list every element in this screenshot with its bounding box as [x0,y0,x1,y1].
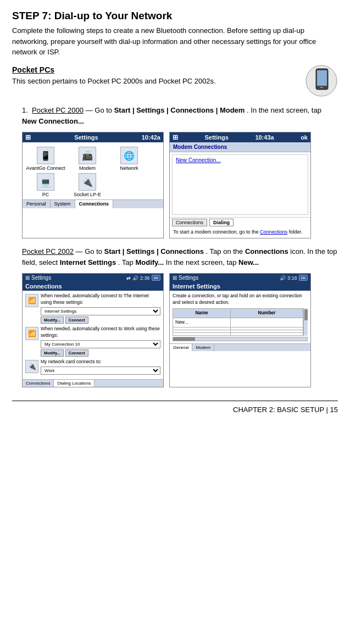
pc-label: PC [42,192,49,197]
screen-3: ⊞ Settings ⇄ 🔊 2:36 ok Connections 📶 Whe… [22,273,164,387]
screen-1-icon-grid: 📱 AvantGo Connect 📠 Modem 🌐 Network 💻 PC [26,147,160,197]
conn-buttons-1: Modify... Connect [41,317,160,324]
conn-text-1-label: When needed, automatically connect to Th… [41,293,160,306]
step-2-internet-settings: Internet Settings [60,258,116,267]
screen-3-titlebar: ⊞ Settings ⇄ 🔊 2:36 ok [23,274,163,282]
modem-list: New Connection... [172,154,308,215]
conn-icon-1: 📶 [25,294,38,307]
network-icon: 🌐 [120,147,138,164]
screen-2-titlebar: ⊞ Settings 10:43a ok [170,132,310,142]
screen-2-title: Settings [204,134,228,141]
scrollbar[interactable] [303,308,308,336]
pocket-pcs-desc: This section pertains to Pocket PC 2000s… [12,77,216,85]
screens-row-1: ⊞ Settings 10:42a 📱 AvantGo Connect 📠 Mo… [22,132,338,238]
conn-modify-1[interactable]: Modify... [41,317,64,324]
conn-select-2[interactable]: My Connection 10 [41,340,160,348]
internet-table: Name Number New... [173,308,303,336]
table-row-new[interactable]: New... [173,318,303,327]
screen-3-footer-tabs: Connections Dialing Locations [23,379,163,387]
screen-3-icons-right: ⇄ 🔊 2:36 ok [126,275,160,281]
icon-avantgo[interactable]: 📱 AvantGo Connect [26,147,65,171]
screen-3-body: 📶 When needed, automatically connect to … [23,291,163,379]
screen-2-star-icon: ⊞ [173,134,178,141]
step-2-new: New... [238,258,259,267]
col-number: Number [230,309,303,318]
icon-socket[interactable]: 🔌 Socket LP-E [68,173,107,197]
internet-settings-header: Internet Settings [170,282,310,291]
conn-text-2: When needed, automatically connect to Wo… [41,326,160,357]
screen-3-ok[interactable]: ok [152,275,160,281]
socket-icon: 🔌 [79,173,96,191]
screen-4-titlebar: ⊞ Settings 🔊 3:18 ok [170,274,310,282]
screen-1-time: 10:42a [142,134,160,141]
step-1-text-b: — Go to [86,106,114,114]
conn-text-3: My network card connects to: Work [41,359,160,375]
screen-1-star-icon: ⊞ [25,134,31,141]
tab-connections[interactable]: Connections [75,200,114,208]
h-scrollbar[interactable] [173,337,308,341]
conn-text-2-label: When needed, automatically connect to Wo… [41,326,160,339]
step-2-next: In the next screen, tap [166,258,238,267]
conn-row-2: 📶 When needed, automatically connect to … [25,326,160,357]
step-2-text: Pocket PC 2002 — Go to Start | Settings … [22,246,338,269]
step-1-new-connection: New Connection... [22,117,84,125]
pc-icon: 💻 [37,173,54,191]
modem-label: Modem [79,165,96,171]
conn-text-1: When needed, automatically connect to Th… [41,293,160,324]
phone-icon [305,64,338,97]
screen-1-titlebar: ⊞ Settings 10:42a [23,132,163,142]
conn-modify-2[interactable]: Modify... [41,349,64,357]
tab-personal[interactable]: Personal [23,200,51,208]
screen-2-ok[interactable]: ok [301,134,308,141]
screen-3-time: 2:36 [140,275,150,281]
screens-row-2: ⊞ Settings ⇄ 🔊 2:36 ok Connections 📶 Whe… [22,273,338,387]
step-1-number: 1. [22,106,30,114]
step-2-modify: Modify... [135,258,164,267]
conn-connect-2[interactable]: Connect [65,349,88,357]
pocket-pcs-header: Pocket PCs [12,65,54,74]
step-2-tap: . Tap [118,258,136,267]
svg-rect-3 [320,87,323,88]
tab-modem[interactable]: Modem [192,344,214,351]
conn-select-1[interactable]: Internet Settings [41,307,160,315]
step-1-text-d: . In the next screen, tap [247,106,321,114]
avantgo-icon: 📱 [37,147,54,164]
screen-3-title: Settings [31,275,51,281]
conn-icon-3: 🔌 [25,360,38,373]
screen-3-start-icon: ⊞ [25,275,30,281]
tab-general[interactable]: General [170,344,192,351]
conn-connect-1[interactable]: Connect [65,317,88,324]
tab-connections-modem[interactable]: Connections [172,219,207,226]
tab-system[interactable]: System [51,200,75,208]
screen-4-ok[interactable]: ok [299,275,308,281]
socket-label: Socket LP-E [74,192,101,197]
conn-select-3[interactable]: Work [41,367,160,375]
cell-name-new[interactable]: New... [173,318,231,327]
tab-dialing-locations[interactable]: Dialing Locations [54,380,95,387]
screen-1: ⊞ Settings 10:42a 📱 AvantGo Connect 📠 Mo… [22,132,164,238]
screen-3-arrows-icon: ⇄ [126,275,131,281]
step-2-tapon: . Tap on the [206,247,245,256]
conn-text-3-label: My network card connects to: [41,359,160,365]
modem-info-text-2: folder. [289,229,303,235]
icon-pc[interactable]: 💻 PC [26,173,65,197]
h-scroll-thumb[interactable] [173,337,195,341]
screen-1-icon-area: 📱 AvantGo Connect 📠 Modem 🌐 Network 💻 PC [23,142,163,199]
step-1: 1. Pocket PC 2000 — Go to Start | Settin… [12,105,338,238]
icon-modem[interactable]: 📠 Modem [68,147,107,171]
avantgo-label: AvantGo Connect [26,165,65,171]
connections-link[interactable]: Connections [260,229,287,235]
step-2-menu: Start | Settings | Connections [104,247,204,256]
icon-network[interactable]: 🌐 Network [109,147,149,171]
tab-dialing[interactable]: Dialing [209,219,234,226]
new-connection-item[interactable]: New Connection... [176,157,221,163]
scroll-thumb[interactable] [304,309,308,320]
screen-4: ⊞ Settings 🔊 3:18 ok Internet Settings C… [169,273,311,387]
internet-table-wrapper: Name Number New... [173,308,308,336]
network-label: Network [120,165,138,171]
col-name: Name [173,309,231,318]
tab-connections-footer[interactable]: Connections [23,380,54,387]
step-2-ppc2002: Pocket PC 2002 [22,247,74,256]
intro-paragraph: Complete the following steps to create a… [12,25,338,58]
conn-row-3: 🔌 My network card connects to: Work [25,359,160,375]
